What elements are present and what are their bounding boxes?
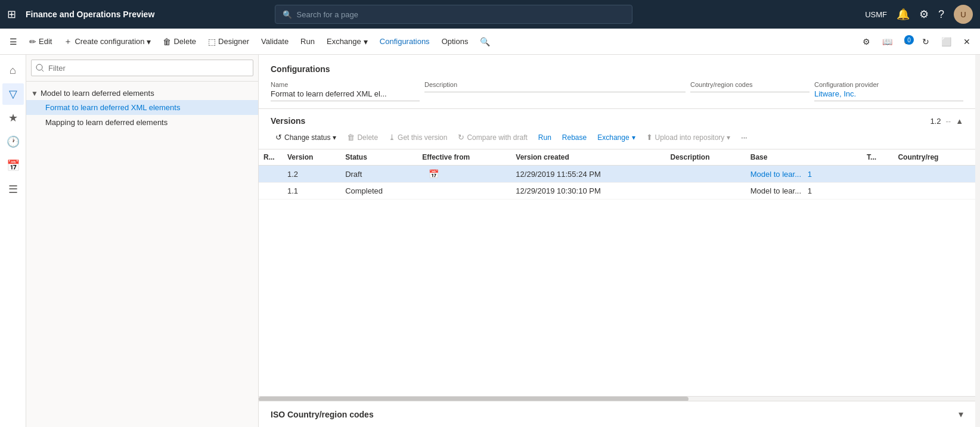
delete-icon: 🗑 — [163, 37, 171, 46]
versions-exchange-button[interactable]: Exchange ▾ — [593, 131, 640, 144]
top-bar-right: USMF 🔔 ⚙ ? U — [865, 5, 973, 24]
col-r: R... — [259, 149, 283, 166]
designer-button[interactable]: ⬚ Designer — [203, 35, 254, 49]
global-search[interactable]: 🔍 Search for a page — [275, 5, 632, 24]
compare-draft-button[interactable]: ↻ Compare with draft — [453, 130, 532, 144]
tree-item-format[interactable]: Format to learn deferred XML elements — [26, 100, 258, 115]
cell-base-2: Model to lear... 1 — [746, 183, 862, 200]
close-icon: ✕ — [963, 37, 970, 46]
scrollbar-thumb[interactable] — [259, 397, 689, 401]
tree-area: ▼ Model to learn deferred elements Forma… — [26, 82, 258, 427]
config-fields: Name Format to learn deferred XML el... … — [271, 81, 963, 101]
get-version-button[interactable]: ⤓ Get this version — [384, 130, 452, 144]
versions-controls: 1.2 -- ▲ — [930, 117, 963, 126]
horizontal-scrollbar[interactable] — [259, 396, 975, 401]
col-version: Version — [283, 149, 340, 166]
cell-r-2 — [259, 183, 283, 200]
table-row[interactable]: 1.2 Draft 📅 12/29/2019 11:55:24 PM Model… — [259, 166, 975, 183]
avatar[interactable]: U — [954, 5, 973, 24]
name-label: Name — [271, 81, 420, 88]
rebase-button[interactable]: Rebase — [557, 131, 591, 144]
help-icon[interactable]: ? — [938, 8, 944, 21]
exchange-chevron-icon: ▾ — [364, 37, 368, 46]
provider-value[interactable]: Litware, Inc. — [814, 89, 963, 101]
cell-desc-1 — [666, 166, 746, 183]
badge-count: 0 — [904, 35, 914, 45]
cell-created-1: 12/29/2019 11:55:24 PM — [511, 166, 665, 183]
top-bar: ⊞ Finance and Operations Preview 🔍 Searc… — [0, 0, 980, 29]
home-icon-btn[interactable]: ⌂ — [2, 60, 24, 81]
country-value — [690, 89, 810, 92]
cmd-right: ⚙ 📖 ⧉ 0 ↻ ⬜ ✕ — [858, 34, 975, 49]
window-button[interactable]: ⬜ — [936, 35, 956, 49]
user-label: USMF — [865, 10, 887, 19]
iso-section: ISO Country/region codes ▾ — [259, 401, 975, 427]
left-panel: ▼ Model to learn deferred elements Forma… — [26, 55, 259, 427]
search-placeholder: Search for a page — [297, 10, 358, 19]
configurations-button[interactable]: Configurations — [375, 35, 435, 48]
badge-button[interactable]: ⧉ 0 — [900, 34, 915, 49]
filter-icon-btn[interactable]: ▽ — [2, 83, 24, 105]
right-panel: Configurations Name Format to learn defe… — [259, 55, 975, 427]
search-cmd-icon: 🔍 — [480, 37, 490, 46]
cell-created-2: 12/29/2019 10:30:10 PM — [511, 183, 665, 200]
edit-icon: ✏ — [29, 37, 36, 46]
window-icon: ⬜ — [941, 37, 951, 46]
close-button[interactable]: ✕ — [959, 35, 975, 49]
favorite-icon-btn[interactable]: ★ — [2, 107, 24, 129]
filter-bar — [26, 55, 258, 82]
cell-status-2: Completed — [340, 183, 417, 200]
cell-status-1: Draft — [340, 166, 417, 183]
cell-t-1 — [862, 166, 893, 183]
book-button[interactable]: 📖 — [877, 35, 897, 49]
run-button[interactable]: Run — [296, 35, 320, 48]
filter-input[interactable] — [31, 60, 253, 76]
upload-chevron-icon: ▾ — [727, 133, 730, 142]
app-title: Finance and Operations Preview — [26, 10, 154, 19]
refresh-button[interactable]: ↻ — [917, 35, 934, 49]
vertical-scrollbar[interactable] — [975, 55, 980, 427]
more-button[interactable]: ··· — [736, 131, 752, 144]
expand-icon[interactable]: ▼ — [31, 89, 38, 98]
settings-icon[interactable]: ⚙ — [919, 8, 929, 21]
search-icon: 🔍 — [283, 10, 292, 19]
config-section-title: Configurations — [271, 64, 963, 74]
create-configuration-button[interactable]: ＋ Create configuration ▾ — [59, 34, 156, 49]
table-row[interactable]: 1.1 Completed 12/29/2019 10:30:10 PM Mod… — [259, 183, 975, 200]
iso-collapse-icon[interactable]: ▾ — [959, 409, 963, 420]
calendar-cell-icon[interactable]: 📅 — [429, 169, 439, 179]
versions-run-button[interactable]: Run — [534, 131, 556, 144]
exchange-button[interactable]: Exchange ▾ — [322, 35, 373, 49]
grid-icon[interactable]: ⊞ — [7, 8, 16, 21]
notification-icon[interactable]: 🔔 — [897, 8, 910, 21]
delete-button[interactable]: 🗑 Delete — [158, 35, 201, 49]
collapse-nav-button[interactable]: ☰ — [5, 35, 22, 49]
table-header-row: R... Version Status Effective from Versi… — [259, 149, 975, 166]
base-num-link-1[interactable]: 1 — [808, 170, 812, 179]
versions-delete-button[interactable]: 🗑 Delete — [342, 130, 383, 144]
edit-button[interactable]: ✏ Edit — [24, 35, 57, 49]
recent-icon-btn[interactable]: 🕐 — [2, 131, 24, 152]
options-button[interactable]: Options — [437, 35, 473, 48]
cell-base-1: Model to lear... 1 — [746, 166, 862, 183]
cell-desc-2 — [666, 183, 746, 200]
list-icon-btn[interactable]: ☰ — [2, 179, 24, 200]
settings-cmd-button[interactable]: ⚙ — [858, 35, 875, 49]
upload-icon: ⬆ — [646, 133, 653, 142]
provider-label: Configuration provider — [814, 81, 963, 88]
base-link-1[interactable]: Model to lear... — [750, 170, 801, 179]
command-bar: ☰ ✏ Edit ＋ Create configuration ▾ 🗑 Dele… — [0, 29, 980, 55]
sidebar-icons: ⌂ ▽ ★ 🕐 📅 ☰ — [0, 55, 26, 427]
cell-country-2 — [893, 183, 975, 200]
change-status-button[interactable]: ↺ Change status ▾ — [271, 130, 341, 144]
versions-title: Versions — [271, 116, 305, 126]
search-button[interactable]: 🔍 — [475, 35, 495, 49]
tree-item-mapping[interactable]: Mapping to learn deferred elements — [26, 115, 258, 130]
cell-version-2: 1.1 — [283, 183, 340, 200]
validate-button[interactable]: Validate — [256, 35, 293, 48]
calendar-icon-btn[interactable]: 📅 — [2, 155, 24, 176]
versions-collapse-icon[interactable]: ▲ — [956, 117, 963, 126]
versions-toolbar: ↺ Change status ▾ 🗑 Delete ⤓ Get this ve… — [259, 130, 975, 149]
upload-repository-button[interactable]: ⬆ Upload into repository ▾ — [641, 130, 736, 144]
config-header: Configurations Name Format to learn defe… — [259, 55, 975, 109]
